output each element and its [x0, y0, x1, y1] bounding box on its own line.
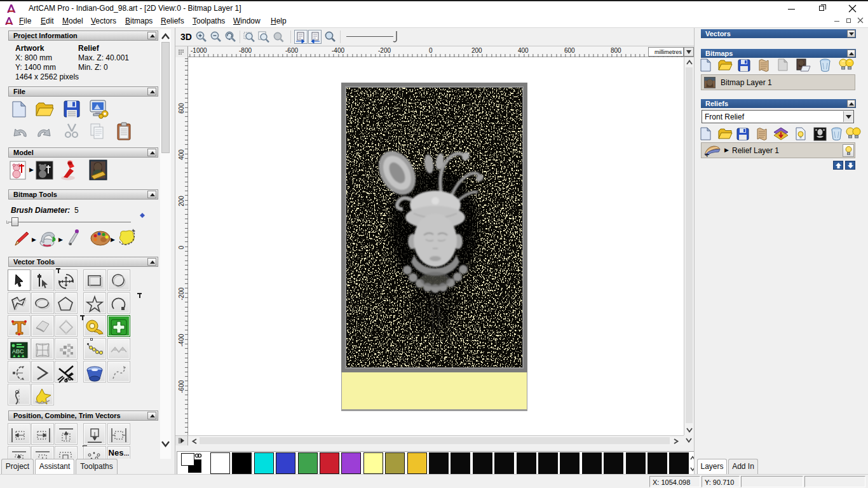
svg-text:▲▲▲: ▲▲▲ — [12, 353, 25, 358]
